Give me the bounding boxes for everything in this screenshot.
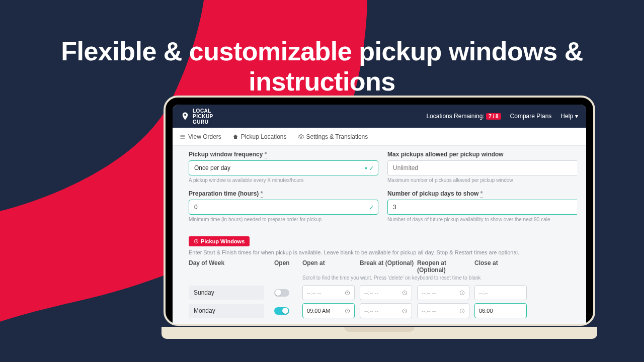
home-icon xyxy=(232,134,238,140)
compare-plans-link[interactable]: Compare Plans xyxy=(510,113,552,120)
hero-title: Flexible & customizable pickup windows &… xyxy=(0,36,644,97)
col-open: Open xyxy=(274,259,302,274)
close-at-input[interactable]: --:-- xyxy=(474,285,527,300)
col-break-at: Break at (Optional) xyxy=(360,259,417,274)
break-at-input[interactable]: --:-- -- xyxy=(360,303,412,318)
tab-settings-translations[interactable]: Settings & Translations xyxy=(298,133,368,140)
tab-pickup-locations[interactable]: Pickup Locations xyxy=(232,133,287,140)
col-open-at: Open at xyxy=(302,259,360,274)
pickup-days-hint: Number of days of future pickup availabi… xyxy=(387,217,577,222)
table-row: Sunday --:-- -- --:-- -- --:-- -- --:-- xyxy=(189,284,577,302)
break-at-input[interactable]: --:-- -- xyxy=(360,285,412,300)
prep-time-hint: Minimum time (in hours) needed to prepar… xyxy=(189,217,378,222)
locations-remaining: Locations Remaining: 7 / 8 xyxy=(426,113,501,120)
pickup-frequency-label: Pickup window frequency * xyxy=(189,151,378,158)
clock-icon xyxy=(402,290,408,296)
pickup-windows-description: Enter Start & Finish times for when pick… xyxy=(189,249,577,255)
clock-icon xyxy=(402,308,408,314)
time-scroll-hint: Scroll to find the time you want. Press … xyxy=(189,275,577,281)
tab-view-orders[interactable]: View Orders xyxy=(180,133,221,140)
col-close-at: Close at xyxy=(474,259,532,274)
max-pickups-label: Max pickups allowed per pickup window xyxy=(387,151,577,158)
col-reopen-at: Reopen at (Optional) xyxy=(417,259,474,274)
open-at-input[interactable]: --:-- -- xyxy=(302,285,355,300)
prep-time-label: Preparation time (hours) * xyxy=(189,190,378,197)
reopen-at-input[interactable]: --:-- -- xyxy=(417,285,469,300)
pickup-windows-table: Day of Week Open Open at Break at (Optio… xyxy=(189,259,577,320)
col-day-of-week: Day of Week xyxy=(189,259,274,274)
table-row: Monday 09:00 AM --:-- -- --:-- -- 06:00 xyxy=(189,302,577,320)
prep-time-input[interactable] xyxy=(189,200,378,215)
pickup-frequency-select[interactable]: Once per day xyxy=(189,160,378,175)
clock-icon xyxy=(194,239,199,244)
day-label: Monday xyxy=(189,304,264,318)
pickup-days-label: Number of pickup days to show * xyxy=(387,190,577,197)
clock-icon xyxy=(459,290,465,296)
laptop-base xyxy=(162,327,597,339)
locations-badge: 7 / 8 xyxy=(486,113,501,120)
open-at-input[interactable]: 09:00 AM xyxy=(302,303,355,318)
open-toggle[interactable] xyxy=(274,307,289,315)
pickup-days-input[interactable] xyxy=(387,200,577,215)
max-pickups-input[interactable] xyxy=(387,160,577,175)
form-content: Pickup window frequency * Once per day ✓… xyxy=(173,146,586,324)
clock-icon xyxy=(345,290,350,296)
pickup-frequency-hint: A pickup window is available every X min… xyxy=(189,177,378,183)
max-pickups-hint: Maximum number of pickups allowed per pi… xyxy=(387,177,577,183)
app-logo: LOCAL PICKUP GURU xyxy=(181,108,213,125)
open-toggle[interactable] xyxy=(274,289,289,297)
chevron-down-icon: ▾ xyxy=(575,113,578,120)
clock-icon xyxy=(345,308,350,314)
clock-icon xyxy=(459,308,465,314)
help-menu[interactable]: Help ▾ xyxy=(560,113,578,120)
app-screen: LOCAL PICKUP GURU Locations Remaining: 7… xyxy=(173,105,586,324)
local-pickup-guru-icon xyxy=(181,112,190,121)
app-header: LOCAL PICKUP GURU Locations Remaining: 7… xyxy=(173,105,586,128)
reopen-at-input[interactable]: --:-- -- xyxy=(417,303,469,318)
tab-bar: View Orders Pickup Locations Settings & … xyxy=(173,128,586,146)
gear-icon xyxy=(298,134,304,140)
laptop-mockup: LOCAL PICKUP GURU Locations Remaining: 7… xyxy=(164,96,595,339)
list-icon xyxy=(180,134,186,140)
close-at-input[interactable]: 06:00 xyxy=(474,303,527,318)
pickup-windows-badge: Pickup Windows xyxy=(189,236,250,246)
day-label: Sunday xyxy=(189,286,264,300)
